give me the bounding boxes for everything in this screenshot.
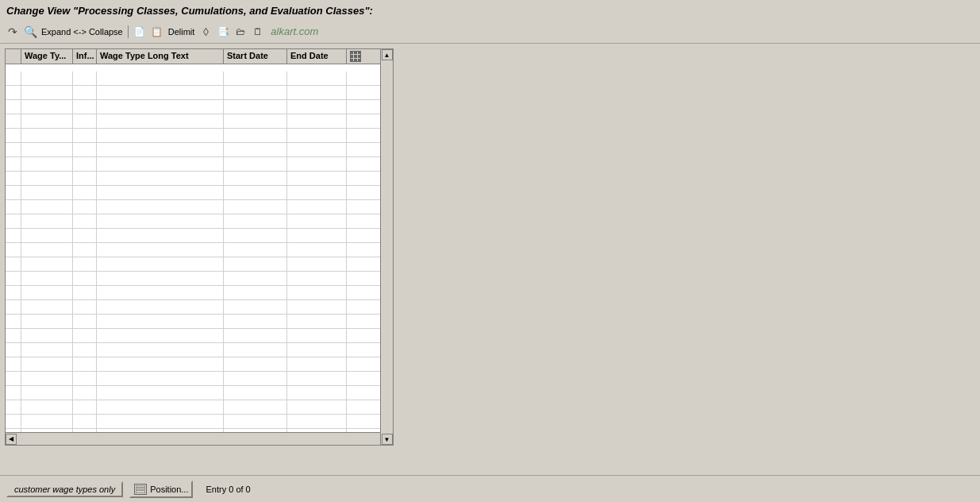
cell-end-date (287, 186, 347, 199)
entry-count: Entry 0 of 0 (206, 485, 250, 494)
horizontal-scrollbar[interactable]: ◀ ▶ (6, 432, 393, 445)
folder-icon: 🗁 (236, 26, 245, 37)
table-row[interactable] (6, 172, 393, 186)
cell-wage-type (21, 200, 73, 214)
cell-wage-type (21, 172, 73, 185)
table-row[interactable] (6, 272, 393, 286)
cell-checkbox (6, 272, 21, 285)
table-rows-area (6, 71, 393, 432)
cell-inf (73, 86, 97, 99)
cell-checkbox (6, 200, 21, 214)
table-row[interactable] (6, 186, 393, 200)
cell-end-date (287, 214, 347, 228)
table-row[interactable] (6, 129, 393, 143)
delimit-label: Delimit (167, 27, 197, 37)
table-row[interactable] (6, 114, 393, 129)
cell-inf (73, 129, 97, 142)
cell-checkbox (6, 357, 21, 371)
vertical-scrollbar[interactable]: ▲ ▼ (380, 71, 393, 432)
cell-start-date (224, 415, 287, 428)
customer-wage-types-button[interactable]: customer wage types only (6, 481, 123, 497)
data-table: Wage Ty... Inf... Wage Type Long Text St… (5, 48, 394, 446)
cell-inf (73, 157, 97, 171)
table-row[interactable] (6, 143, 393, 157)
doc2-icon: 📑 (217, 26, 229, 37)
table-row[interactable] (6, 400, 393, 415)
cell-wage-type (21, 114, 73, 128)
doc3-button[interactable]: 🗒 (250, 24, 266, 40)
cell-long-text (97, 257, 224, 271)
cell-start-date (224, 114, 287, 128)
table-row[interactable] (6, 157, 393, 172)
cell-start-date (224, 86, 287, 99)
undo-icon: ↷ (8, 25, 17, 38)
table-row[interactable] (6, 357, 393, 372)
table-header-row: Wage Ty... Inf... Wage Type Long Text St… (6, 49, 380, 64)
folder-button[interactable]: 🗁 (233, 24, 248, 40)
cell-long-text (97, 200, 224, 214)
cell-long-text (97, 114, 224, 128)
table-row[interactable] (6, 343, 393, 357)
cell-long-text (97, 129, 224, 142)
cell-long-text (97, 315, 224, 328)
scroll-left-arrow[interactable]: ◀ (6, 434, 17, 445)
cell-inf (73, 343, 97, 357)
grid-icon (350, 51, 361, 62)
cell-checkbox (6, 315, 21, 328)
cell-inf (73, 200, 97, 214)
cell-end-date (287, 114, 347, 128)
table-row[interactable] (6, 372, 393, 386)
table-row[interactable] (6, 329, 393, 343)
find-icon: 🔍 (24, 25, 37, 38)
diamond-button[interactable]: ◊ (198, 24, 213, 40)
copy-doc-button[interactable]: 📄 (132, 24, 148, 40)
undo-button[interactable]: ↷ (5, 24, 21, 40)
position-svg (136, 485, 145, 493)
table-row[interactable] (6, 71, 393, 86)
cell-wage-type (21, 129, 73, 142)
table-row[interactable] (6, 415, 393, 429)
table-row[interactable] (6, 214, 393, 229)
paste-button[interactable]: 📋 (149, 24, 165, 40)
cell-end-date (287, 386, 347, 400)
table-row[interactable] (6, 257, 393, 272)
cell-start-date (224, 186, 287, 199)
cell-long-text (97, 186, 224, 199)
cell-inf (73, 114, 97, 128)
col-settings-icon[interactable] (347, 49, 364, 64)
cell-checkbox (6, 114, 21, 128)
position-button[interactable]: Position... (129, 481, 193, 498)
table-row[interactable] (6, 100, 393, 114)
table-header-wrapper: Wage Ty... Inf... Wage Type Long Text St… (6, 49, 393, 71)
table-row[interactable] (6, 86, 393, 100)
content-area: Wage Ty... Inf... Wage Type Long Text St… (0, 44, 980, 475)
cell-wage-type (21, 243, 73, 257)
cell-end-date (287, 200, 347, 214)
cell-long-text (97, 357, 224, 371)
cell-inf (73, 372, 97, 385)
table-row[interactable] (6, 315, 393, 329)
title-bar: Change View "Processing Classes, Cumulat… (0, 0, 980, 20)
col-header-end-date: End Date (287, 49, 347, 64)
cell-end-date (287, 357, 347, 371)
table-row[interactable] (6, 286, 393, 300)
table-row[interactable] (6, 229, 393, 243)
table-row[interactable] (6, 300, 393, 315)
cell-checkbox (6, 386, 21, 400)
find-button[interactable]: 🔍 (22, 24, 38, 40)
cell-start-date (224, 272, 287, 285)
scroll-track[interactable] (382, 71, 393, 432)
doc2-button[interactable]: 📑 (215, 24, 231, 40)
table-row[interactable] (6, 200, 393, 214)
col-header-start-date: Start Date (224, 49, 287, 64)
cell-wage-type (21, 386, 73, 400)
table-row[interactable] (6, 386, 393, 400)
diamond-icon: ◊ (203, 25, 209, 38)
cell-end-date (287, 229, 347, 242)
table-header: Wage Ty... Inf... Wage Type Long Text St… (6, 49, 380, 71)
cell-checkbox (6, 372, 21, 385)
cell-wage-type (21, 157, 73, 171)
cell-end-date (287, 243, 347, 257)
cell-end-date (287, 272, 347, 285)
table-row[interactable] (6, 243, 393, 257)
